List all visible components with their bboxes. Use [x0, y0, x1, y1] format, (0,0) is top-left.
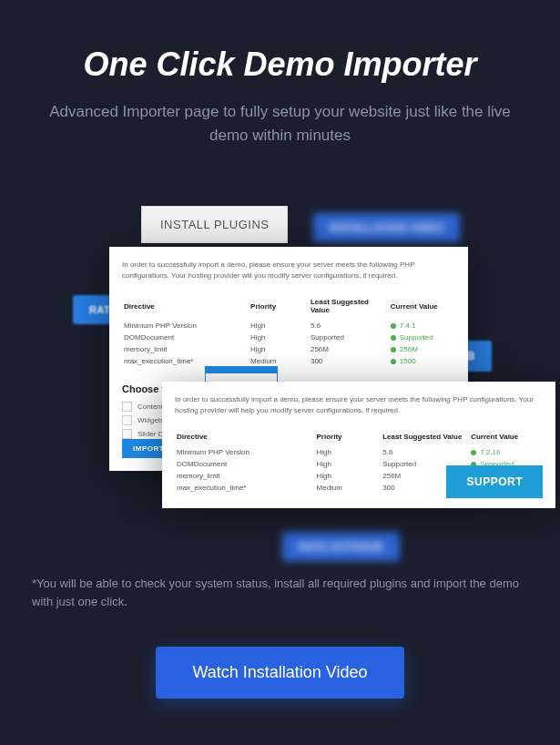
page-title: One Click Demo Importer	[27, 46, 533, 84]
requirements-table-back: Directive Priority Least Suggested Value…	[122, 294, 455, 367]
install-plugins-button[interactable]: INSTALL PLUGINS	[141, 206, 288, 243]
status-dot-icon	[391, 347, 396, 352]
modal-header-bar	[206, 367, 277, 373]
th-priority: Priority	[315, 429, 382, 446]
checkbox-icon	[122, 415, 132, 425]
checkbox-icon	[122, 429, 132, 439]
th-directive: Directive	[175, 429, 315, 446]
screenshot-stage: INSTALLATION VIDEO RATE E AUTOHUB RATE A…	[27, 201, 533, 547]
status-dot-icon	[391, 335, 396, 341]
th-lsv: Least Suggested Value	[309, 294, 389, 320]
installation-video-button-blurred: INSTALLATION VIDEO	[313, 213, 460, 242]
th-directive: Directive	[122, 294, 249, 320]
th-lsv: Least Suggested Value	[381, 429, 469, 446]
page-subtitle: Advanced Importer page to fully setup yo…	[27, 100, 533, 147]
table-row: Minimum PHP Version High 5.6 7.2.16	[175, 446, 543, 458]
requirements-panel-front: In order to successfully import a demo, …	[162, 382, 555, 508]
status-dot-icon	[391, 359, 396, 364]
th-current: Current Value	[469, 429, 543, 446]
status-dot-icon	[471, 450, 476, 455]
panel-intro-text: In order to successfully import a demo, …	[175, 394, 543, 416]
footnote-text: *You will be able to check your system s…	[27, 575, 533, 610]
th-priority: Priority	[249, 294, 309, 320]
watch-installation-video-button[interactable]: Watch Installation Video	[156, 647, 403, 699]
th-current: Current Value	[389, 294, 455, 320]
table-row: max_execution_time* Medium 300 1500	[122, 355, 455, 367]
table-row: DOMDocument High Supported Supported	[122, 332, 455, 343]
support-button[interactable]: SUPPORT	[446, 465, 543, 498]
status-dot-icon	[391, 323, 396, 329]
rate-autohub-button-blurred-bottom: RATE AUTOHUB	[282, 532, 400, 561]
table-row: memory_limit High 256M 256M	[122, 343, 455, 355]
checkbox-icon	[122, 402, 132, 412]
panel-intro-text: In order to successfully import a demo, …	[122, 260, 455, 281]
table-row: Minimum PHP Version High 5.6 7.4.1	[122, 320, 455, 332]
